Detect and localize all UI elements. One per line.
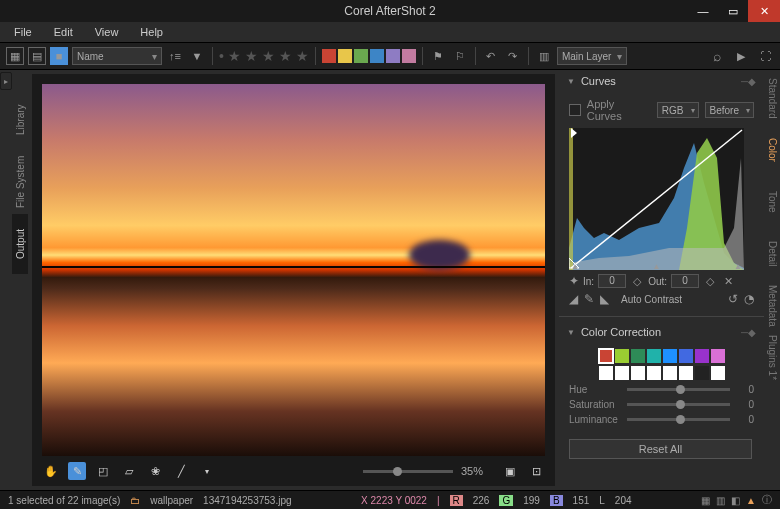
view-single-icon[interactable]: ■ bbox=[50, 47, 68, 65]
right-tab-metadata[interactable]: Metadata bbox=[764, 280, 780, 332]
pin-icon[interactable]: ─◆ bbox=[741, 327, 756, 338]
color-tag[interactable] bbox=[322, 49, 336, 63]
heal-tool-icon[interactable]: ❀ bbox=[146, 462, 164, 480]
sb-icon-2[interactable]: ▥ bbox=[716, 495, 725, 506]
fullscreen-icon[interactable]: ⛶ bbox=[756, 47, 774, 65]
black-eyedropper-icon[interactable]: ◢ bbox=[569, 292, 578, 306]
expand-left-handle[interactable]: ▸ bbox=[0, 72, 12, 90]
right-tab-standard[interactable]: Standard bbox=[764, 72, 780, 124]
out-field[interactable]: 0 bbox=[671, 274, 699, 288]
in-field[interactable]: 0 bbox=[598, 274, 626, 288]
cc-swatch[interactable] bbox=[615, 366, 629, 380]
image-canvas[interactable] bbox=[42, 84, 545, 456]
slideshow-icon[interactable]: ▶ bbox=[732, 47, 750, 65]
flag-icon[interactable]: ⚑ bbox=[429, 47, 447, 65]
undo-icon[interactable]: ↶ bbox=[482, 47, 500, 65]
pin-icon[interactable]: ─◆ bbox=[741, 76, 756, 87]
sb-icon-3[interactable]: ◧ bbox=[731, 495, 740, 506]
cc-swatch[interactable] bbox=[647, 349, 661, 363]
reset-curve-icon[interactable]: ↺ bbox=[728, 292, 738, 306]
star-1[interactable]: ★ bbox=[228, 48, 241, 64]
close-button[interactable]: ✕ bbox=[748, 0, 780, 22]
saturation-slider[interactable] bbox=[627, 403, 730, 406]
color-tag[interactable] bbox=[402, 49, 416, 63]
fit-icon[interactable]: ▣ bbox=[501, 462, 519, 480]
zoom-thumb[interactable] bbox=[393, 467, 402, 476]
remove-point-icon[interactable]: ✕ bbox=[721, 274, 735, 288]
apply-curves-checkbox[interactable] bbox=[569, 104, 581, 116]
luminance-slider[interactable] bbox=[627, 418, 730, 421]
histogram[interactable]: ▲▲▲ bbox=[569, 128, 744, 270]
actual-size-icon[interactable]: ⊡ bbox=[527, 462, 545, 480]
gray-eyedropper-icon[interactable]: ✎ bbox=[584, 292, 594, 306]
pan-tool-icon[interactable]: ✋ bbox=[42, 462, 60, 480]
cc-swatch[interactable] bbox=[695, 349, 709, 363]
star-2[interactable]: ★ bbox=[245, 48, 258, 64]
filter-icon[interactable]: ▼ bbox=[188, 47, 206, 65]
side-tab-filesystem[interactable]: File System bbox=[12, 152, 28, 212]
cc-swatch[interactable] bbox=[631, 349, 645, 363]
color-tag[interactable] bbox=[370, 49, 384, 63]
white-eyedropper-icon[interactable]: ◣ bbox=[600, 292, 609, 306]
straighten-tool-icon[interactable]: ▱ bbox=[120, 462, 138, 480]
cc-swatch[interactable] bbox=[663, 349, 677, 363]
right-tab-plugins[interactable]: Plugins 1* bbox=[764, 332, 780, 384]
cc-header[interactable]: ▼ Color Correction ─◆ bbox=[559, 321, 764, 343]
right-tab-color[interactable]: Color bbox=[764, 124, 780, 176]
curves-header[interactable]: ▼ Curves ─◆ bbox=[559, 70, 764, 92]
cc-swatch[interactable] bbox=[711, 366, 725, 380]
view-grid-icon[interactable]: ▦ bbox=[6, 47, 24, 65]
side-tab-library[interactable]: Library bbox=[12, 90, 28, 150]
view-list-icon[interactable]: ▤ bbox=[28, 47, 46, 65]
sort-asc-icon[interactable]: ↑≡ bbox=[166, 47, 184, 65]
zoom-slider[interactable] bbox=[363, 470, 453, 473]
star-4[interactable]: ★ bbox=[279, 48, 292, 64]
brush-tool-icon[interactable]: ╱ bbox=[172, 462, 190, 480]
curve-options-icon[interactable]: ◔ bbox=[744, 292, 754, 306]
cc-swatch[interactable] bbox=[599, 366, 613, 380]
more-tools-icon[interactable]: ▾ bbox=[198, 462, 216, 480]
eyedropper-tool-icon[interactable]: ✎ bbox=[68, 462, 86, 480]
hue-slider[interactable] bbox=[627, 388, 730, 391]
menu-view[interactable]: View bbox=[85, 24, 129, 40]
cc-swatch[interactable] bbox=[615, 349, 629, 363]
cc-swatch[interactable] bbox=[679, 349, 693, 363]
in-stepper[interactable]: ◇ bbox=[630, 274, 644, 288]
minimize-button[interactable]: — bbox=[688, 0, 718, 22]
cc-swatch[interactable] bbox=[663, 366, 677, 380]
before-dropdown[interactable]: Before bbox=[705, 102, 754, 118]
auto-contrast-label[interactable]: Auto Contrast bbox=[621, 294, 682, 305]
curve-point-icon[interactable]: ✦ bbox=[569, 274, 579, 288]
menu-help[interactable]: Help bbox=[130, 24, 173, 40]
color-tag[interactable] bbox=[386, 49, 400, 63]
maximize-button[interactable]: ▭ bbox=[718, 0, 748, 22]
star-dot[interactable]: • bbox=[219, 48, 224, 64]
star-3[interactable]: ★ bbox=[262, 48, 275, 64]
redo-icon[interactable]: ↷ bbox=[504, 47, 522, 65]
reset-all-button[interactable]: Reset All bbox=[569, 439, 752, 459]
right-tab-detail[interactable]: Detail bbox=[764, 228, 780, 280]
cc-swatch[interactable] bbox=[631, 366, 645, 380]
color-tag[interactable] bbox=[354, 49, 368, 63]
side-tab-output[interactable]: Output bbox=[12, 214, 28, 274]
menu-edit[interactable]: Edit bbox=[44, 24, 83, 40]
layer-dropdown[interactable]: Main Layer bbox=[557, 47, 627, 65]
color-tag[interactable] bbox=[338, 49, 352, 63]
cc-swatch[interactable] bbox=[695, 366, 709, 380]
sb-icon-1[interactable]: ▦ bbox=[701, 495, 710, 506]
crop-tool-icon[interactable]: ◰ bbox=[94, 462, 112, 480]
warning-icon[interactable]: ▲ bbox=[746, 495, 756, 506]
right-tab-tone[interactable]: Tone bbox=[764, 176, 780, 228]
out-stepper[interactable]: ◇ bbox=[703, 274, 717, 288]
cc-swatch[interactable] bbox=[647, 366, 661, 380]
sort-dropdown[interactable]: Name bbox=[72, 47, 162, 65]
star-5[interactable]: ★ bbox=[296, 48, 309, 64]
channel-dropdown[interactable]: RGB bbox=[657, 102, 699, 118]
reject-icon[interactable]: ⚐ bbox=[451, 47, 469, 65]
search-icon[interactable]: ⌕ bbox=[708, 47, 726, 65]
layers-icon[interactable]: ▥ bbox=[535, 47, 553, 65]
cc-swatch[interactable] bbox=[599, 349, 613, 363]
menu-file[interactable]: File bbox=[4, 24, 42, 40]
cc-swatch[interactable] bbox=[679, 366, 693, 380]
sb-icon-info[interactable]: ⓘ bbox=[762, 493, 772, 507]
